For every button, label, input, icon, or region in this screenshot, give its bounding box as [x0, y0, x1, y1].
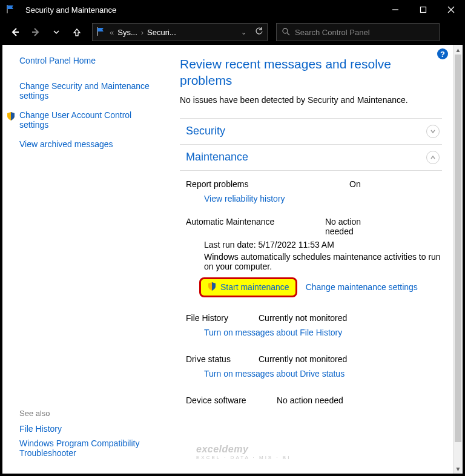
see-also-header: See also: [19, 409, 160, 418]
shield-icon: [6, 111, 16, 123]
auto-maint-label: Automatic Maintenance: [186, 217, 325, 236]
svg-rect-1: [421, 7, 426, 13]
search-placeholder: Search Control Panel: [295, 28, 370, 37]
scroll-up-icon[interactable]: ▲: [453, 45, 463, 55]
window-title: Security and Maintenance: [25, 5, 381, 15]
start-maintenance-button[interactable]: Start maintenance: [199, 277, 297, 297]
up-button[interactable]: [68, 23, 86, 41]
address-bar[interactable]: « Sys... › Securi... ⌄: [92, 23, 268, 41]
back-button[interactable]: [6, 23, 24, 41]
see-also-compat-troubleshooter[interactable]: Windows Program Compatibility Troublesho…: [19, 438, 160, 458]
recent-dropdown[interactable]: [47, 23, 65, 41]
chevron-up-icon: [426, 151, 440, 164]
see-also: See also File History Windows Program Co…: [19, 409, 160, 463]
change-maint-settings-link[interactable]: Change maintenance settings: [306, 282, 418, 292]
maintenance-title: Maintenance: [186, 151, 248, 164]
breadcrumb-item[interactable]: Securi...: [147, 28, 176, 37]
watermark-sub: EXCEL · DATA · MIS · BI: [196, 455, 291, 460]
page-subtext: No issues have been detected by Security…: [180, 95, 442, 105]
device-software-label: Device software: [186, 395, 277, 405]
maximize-button[interactable]: [409, 0, 437, 19]
help-button[interactable]: ?: [437, 48, 448, 59]
auto-maint-value: No action needed: [325, 217, 380, 236]
view-reliability-link[interactable]: View reliability history: [204, 194, 285, 203]
page-heading: Review recent messages and resolve probl…: [180, 56, 442, 89]
refresh-icon[interactable]: [255, 27, 263, 38]
maintenance-section-header[interactable]: Maintenance: [180, 144, 442, 170]
change-security-settings-link[interactable]: Change Security and Maintenance settings: [19, 81, 160, 101]
drive-status-label: Drive status: [186, 354, 259, 364]
svg-line-7: [287, 33, 289, 35]
drive-status-msgs-link[interactable]: Turn on messages about Drive status: [204, 369, 345, 378]
file-history-value: Currently not monitored: [259, 313, 347, 323]
report-problems-label: Report problems: [186, 179, 349, 189]
device-software-value: No action needed: [277, 395, 343, 405]
last-run-date: Last run date: 5/17/2022 11:53 AM: [186, 239, 442, 251]
shield-icon: [207, 282, 217, 293]
window: Security and Maintenance « Sys.: [0, 0, 465, 476]
breadcrumb-sep: «: [108, 28, 115, 37]
maintenance-body: Report problems On View reliability hist…: [180, 170, 442, 408]
view-archived-link[interactable]: View archived messages: [19, 139, 113, 149]
file-history-label: File History: [186, 313, 259, 323]
flag-icon: [6, 4, 21, 16]
see-also-file-history[interactable]: File History: [19, 424, 160, 434]
control-panel-home-link[interactable]: Control Panel Home: [19, 56, 96, 65]
chevron-down-icon: [426, 125, 440, 138]
scroll-thumb[interactable]: [455, 55, 461, 442]
svg-point-6: [283, 28, 288, 33]
search-box[interactable]: Search Control Panel: [276, 23, 440, 41]
main: Review recent messages and resolve probl…: [169, 45, 453, 474]
security-title: Security: [186, 125, 225, 137]
minimize-button[interactable]: [381, 0, 409, 19]
forward-button[interactable]: [27, 23, 45, 41]
breadcrumb-sep: ›: [140, 28, 145, 37]
scroll-down-icon[interactable]: ▼: [453, 464, 463, 474]
security-section-header[interactable]: Security: [180, 118, 442, 144]
titlebar: Security and Maintenance: [0, 0, 465, 19]
drive-status-value: Currently not monitored: [259, 354, 347, 364]
change-uac-settings-link[interactable]: Change User Account Control settings: [19, 110, 160, 130]
breadcrumb-item[interactable]: Sys...: [117, 28, 137, 37]
auto-maint-desc: Windows automatically schedules maintena…: [186, 251, 442, 273]
watermark: exceldemy EXCEL · DATA · MIS · BI: [196, 444, 291, 460]
search-icon: [282, 27, 290, 38]
watermark-main: exceldemy: [196, 444, 291, 455]
start-maintenance-label: Start maintenance: [220, 282, 289, 292]
chevron-down-icon[interactable]: ⌄: [241, 28, 246, 36]
close-button[interactable]: [437, 0, 465, 19]
report-problems-value: On: [349, 179, 361, 189]
flag-icon: [96, 27, 106, 38]
toolbar: « Sys... › Securi... ⌄ Search Control Pa…: [0, 19, 465, 45]
scrollbar[interactable]: ▲ ▼: [453, 45, 463, 474]
content: ? Control Panel Home Change Security and…: [2, 45, 463, 474]
file-history-msgs-link[interactable]: Turn on messages about File History: [204, 328, 342, 337]
sidebar: Control Panel Home Change Security and M…: [2, 45, 169, 474]
